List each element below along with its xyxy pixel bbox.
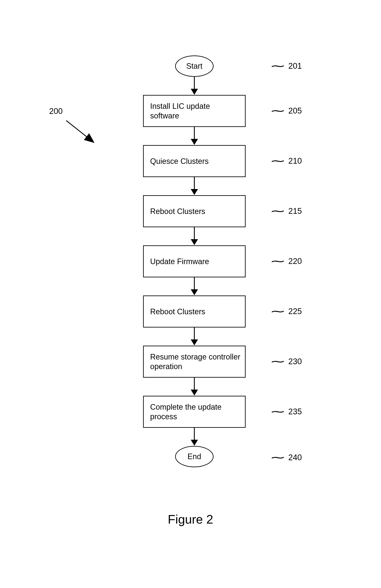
ref-230: ∼ 230 [273,355,302,368]
tilde-icon: ∼ [270,451,286,464]
reboot2-label: Reboot Clusters [150,307,205,316]
ref-235-text: 235 [288,407,302,416]
start-terminator: Start [175,56,214,77]
diagram-reference-number: 200 [49,107,63,116]
quiesce-label: Quiesce Clusters [150,156,209,166]
figure-caption-text: Figure 2 [168,512,213,526]
complete-step: Complete the update process [143,396,246,428]
svg-line-1 [66,121,92,141]
tilde-icon: ∼ [270,305,286,317]
arrow-connector [137,227,252,245]
ref-205-text: 205 [288,106,302,115]
figure-caption: Figure 2 [168,512,213,526]
complete-label: Complete the update process [150,402,241,421]
ref-225-text: 225 [288,307,302,316]
ref-201: ∼ 201 [273,60,302,72]
tilde-icon: ∼ [270,255,286,267]
firmware-step: Update Firmware [143,245,246,277]
ref-240-text: 240 [288,453,302,462]
ref-220: ∼ 220 [273,255,302,267]
reboot1-step: Reboot Clusters [143,195,246,227]
quiesce-step: Quiesce Clusters [143,145,246,177]
ref-240: ∼ 240 [273,451,302,464]
tilde-icon: ∼ [270,355,286,368]
ref-220-text: 220 [288,257,302,266]
ref-230-text: 230 [288,357,302,366]
arrow-connector [137,328,252,346]
arrow-connector [137,378,252,396]
ref-235: ∼ 235 [273,405,302,418]
end-label: End [187,452,201,461]
tilde-icon: ∼ [270,105,286,117]
tilde-icon: ∼ [270,205,286,217]
install-step: Install LIC update software [143,95,246,127]
ref-215-text: 215 [288,207,302,216]
resume-step: Resume storage controller operation [143,346,246,378]
arrow-icon [64,118,98,146]
diagram-ref-text: 200 [49,107,63,116]
flowchart-container: Start Install LIC update software Quiesc… [137,56,252,467]
ref-210: ∼ 210 [273,155,302,167]
arrow-connector [137,77,252,95]
ref-210-text: 210 [288,156,302,166]
tilde-icon: ∼ [270,60,286,72]
start-label: Start [186,62,202,71]
ref-201-text: 201 [288,62,302,71]
arrow-connector [137,177,252,195]
reboot1-label: Reboot Clusters [150,207,205,216]
tilde-icon: ∼ [270,155,286,167]
tilde-icon: ∼ [270,405,286,418]
firmware-label: Update Firmware [150,257,209,266]
diagram-pointer-arrow [64,118,98,147]
ref-205: ∼ 205 [273,105,302,117]
ref-215: ∼ 215 [273,205,302,217]
arrow-connector [137,127,252,145]
install-label: Install LIC update software [150,101,241,121]
ref-225: ∼ 225 [273,305,302,317]
arrow-connector [137,277,252,295]
reboot2-step: Reboot Clusters [143,295,246,328]
end-terminator: End [175,446,214,467]
resume-label: Resume storage controller operation [150,352,241,371]
arrow-connector [137,428,252,446]
